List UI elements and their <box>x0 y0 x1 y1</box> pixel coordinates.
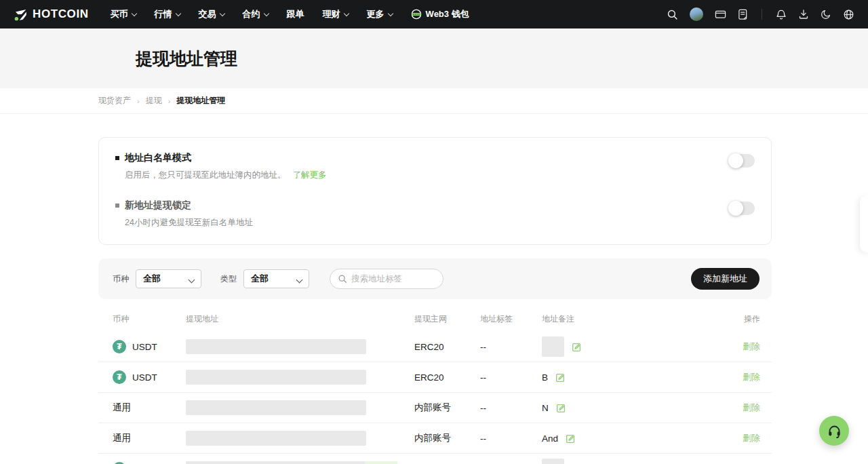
delete-link[interactable]: 删除 <box>713 432 760 444</box>
add-new-address-button[interactable]: 添加新地址 <box>691 268 760 290</box>
wallet-icon[interactable] <box>715 9 726 20</box>
note-cell <box>542 459 713 464</box>
whitelist-mode-toggle[interactable] <box>729 154 755 168</box>
chevron-down-icon <box>189 274 194 284</box>
redacted-address-block <box>186 431 366 446</box>
search-icon[interactable] <box>667 9 678 20</box>
tether-icon: ₮ <box>113 370 126 384</box>
redacted-address-block <box>186 400 366 415</box>
address-cell: 已认证 <box>186 461 414 464</box>
new-address-lock-title: 新地址提现锁定 <box>115 199 253 212</box>
bullet-icon <box>115 156 119 160</box>
new-address-lock-setting: 新地址提现锁定 24小时内避免提现至新白名单地址 <box>115 199 755 229</box>
note-text: And <box>542 433 558 444</box>
customer-support-button[interactable] <box>819 416 849 446</box>
new-address-lock-desc: 24小时内避免提现至新白名单地址 <box>125 217 253 229</box>
delete-link[interactable]: 删除 <box>713 341 760 353</box>
orders-icon[interactable] <box>738 9 748 20</box>
search-box <box>330 269 443 289</box>
note-cell <box>542 336 713 357</box>
delete-link[interactable]: 删除 <box>713 402 760 414</box>
main-menu: 买币 行情 交易 合约 跟单 理财 更多 <box>111 8 393 20</box>
edit-note-icon[interactable] <box>556 403 566 413</box>
edit-note-icon[interactable] <box>555 372 566 383</box>
coin-name: USDT <box>132 342 157 352</box>
learn-more-link[interactable]: 了解更多 <box>293 170 327 180</box>
search-address-label-input[interactable] <box>351 274 435 284</box>
headset-icon <box>827 423 842 439</box>
network-cell: ERC20 <box>414 372 480 383</box>
redacted-address-block <box>186 461 366 464</box>
menu-markets[interactable]: 行情 <box>155 8 180 20</box>
table-header-row: 币种 提现地址 提现主网 地址标签 地址备注 操作 <box>98 306 772 332</box>
edit-note-icon[interactable] <box>566 433 576 444</box>
filter-bar: 币种 全部 类型 全部 添加新地址 <box>98 258 772 299</box>
whitelist-settings-card: 地址白名单模式 启用后，您只可提现至此地址簿内的地址。了解更多 新地址提现锁定 … <box>98 137 772 245</box>
note-cell: N <box>542 403 713 413</box>
menu-copy-trading[interactable]: 跟单 <box>287 8 304 20</box>
note-cell: And <box>542 433 713 444</box>
tether-icon: ₮ <box>113 340 126 353</box>
whitelist-mode-title: 地址白名单模式 <box>115 152 327 164</box>
note-text: B <box>542 372 548 383</box>
menu-futures[interactable]: 合约 <box>243 8 269 20</box>
header-note: 地址备注 <box>542 313 713 325</box>
web3-wallet-link[interactable]: Web3 钱包 <box>411 8 469 20</box>
breadcrumb-separator: › <box>168 97 171 105</box>
new-address-lock-toggle[interactable] <box>729 201 755 215</box>
header-action: 操作 <box>713 313 760 325</box>
whitelist-mode-desc: 启用后，您只可提现至此地址簿内的地址。了解更多 <box>125 170 327 181</box>
network-cell: ERC20 <box>414 342 480 352</box>
page-header: 提现地址管理 <box>0 28 868 88</box>
type-filter-select[interactable]: 全部 <box>243 269 309 288</box>
coin-filter-label: 币种 <box>113 273 129 285</box>
menu-trade[interactable]: 交易 <box>199 8 224 20</box>
table-row: 通用 内部账号 -- N 删除 <box>98 393 772 423</box>
whitelist-mode-title-text: 地址白名单模式 <box>125 152 191 164</box>
header-network: 提现主网 <box>414 313 480 325</box>
side-widget-handle[interactable] <box>860 195 868 252</box>
breadcrumb-separator: › <box>137 97 140 105</box>
web3-globe-icon <box>411 9 422 20</box>
coin-cell: ₮ USDT <box>113 340 186 353</box>
label-cell: -- <box>480 403 542 413</box>
toggle-knob <box>728 153 743 168</box>
user-avatar[interactable] <box>690 7 703 21</box>
globe-icon[interactable] <box>843 9 854 20</box>
navbar-divider <box>762 9 762 20</box>
type-filter-label: 类型 <box>220 273 237 285</box>
header-coin: 币种 <box>113 313 186 325</box>
menu-more[interactable]: 更多 <box>367 8 393 20</box>
whitelist-mode-setting: 地址白名单模式 启用后，您只可提现至此地址簿内的地址。了解更多 <box>115 152 755 181</box>
delete-link[interactable]: 删除 <box>713 371 760 383</box>
menu-buy-crypto[interactable]: 买币 <box>111 8 136 20</box>
bell-icon[interactable] <box>776 9 787 20</box>
new-address-lock-desc-text: 24小时内避免提现至新白名单地址 <box>125 218 253 227</box>
table-row: 通用 内部账号 -- And 删除 <box>98 423 772 454</box>
coin-cell: 通用 <box>113 402 186 414</box>
coin-filter-value: 全部 <box>143 273 161 285</box>
verified-badge: 已认证 <box>365 461 397 464</box>
breadcrumb-spot-assets[interactable]: 现货资产 <box>98 95 131 107</box>
web3-wallet-label: Web3 钱包 <box>426 8 469 20</box>
label-cell: -- <box>480 342 542 352</box>
redacted-address-block <box>186 339 366 354</box>
edit-note-icon[interactable] <box>572 342 582 352</box>
redacted-address-block <box>186 370 366 385</box>
menu-earn[interactable]: 理财 <box>323 8 349 20</box>
table-row: ₮ USDT ERC20 -- 删除 <box>98 332 772 362</box>
network-cell: 内部账号 <box>414 432 480 444</box>
network-cell: 内部账号 <box>414 402 480 414</box>
breadcrumb-withdraw[interactable]: 提现 <box>146 95 162 107</box>
label-cell: -- <box>480 433 542 444</box>
coin-filter-select[interactable]: 全部 <box>136 269 201 288</box>
breadcrumb: 现货资产 › 提现 › 提现地址管理 <box>0 88 868 114</box>
new-address-lock-title-text: 新地址提现锁定 <box>125 199 191 212</box>
hotcoin-logo[interactable]: HOTCOIN <box>14 7 89 22</box>
coin-name: 通用 <box>113 432 131 444</box>
moon-icon[interactable] <box>821 9 831 20</box>
whitelist-mode-desc-text: 启用后，您只可提现至此地址簿内的地址。 <box>125 170 286 180</box>
table-row: ₮ USDT ERC20 -- B 删除 <box>98 362 772 393</box>
redacted-note-block <box>542 459 564 464</box>
download-icon[interactable] <box>798 9 809 20</box>
